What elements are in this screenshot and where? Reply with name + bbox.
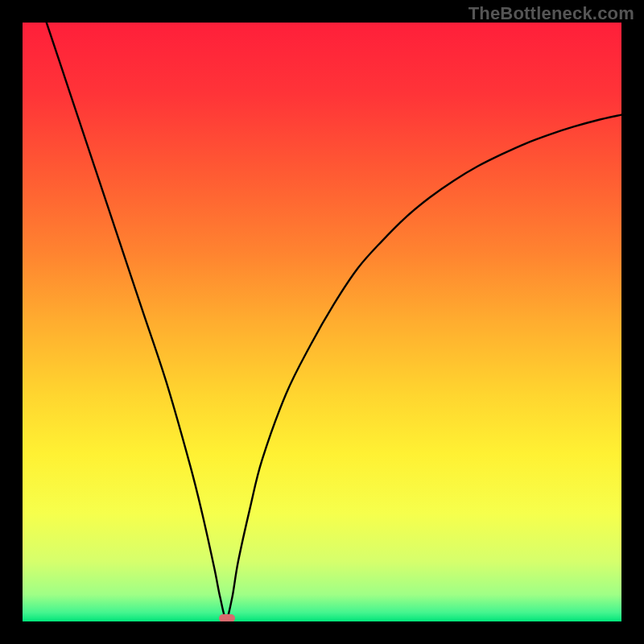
chart-frame: TheBottleneck.com: [0, 0, 644, 644]
optimal-point-marker: [219, 614, 235, 621]
watermark-text: TheBottleneck.com: [469, 3, 634, 24]
plot-svg: [23, 23, 621, 621]
plot-area: [23, 23, 621, 621]
gradient-background: [23, 23, 621, 621]
